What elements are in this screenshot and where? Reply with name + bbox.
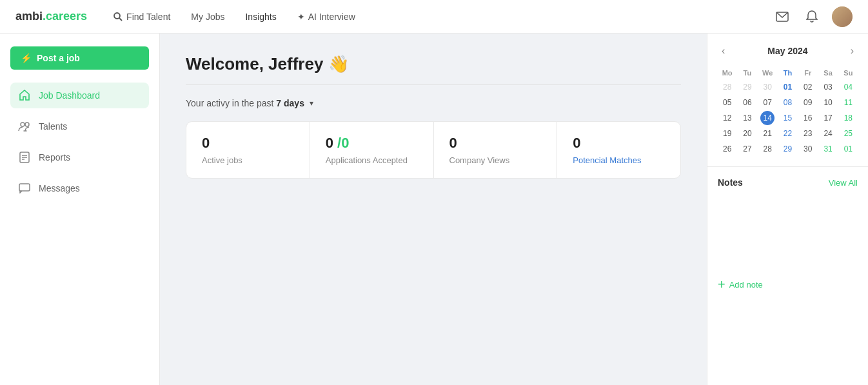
sidebar: ⚡ Post a job Job Dashboard Talents Repor… — [0, 34, 160, 385]
right-panel: ‹ May 2024 › Mo Tu We Th Fr Sa Su 28 29 … — [707, 34, 868, 385]
activity-dropdown-icon[interactable]: ▾ — [310, 99, 313, 108]
cal-day-7[interactable]: 07 — [758, 95, 777, 110]
cal-day-26[interactable]: 26 — [718, 142, 736, 156]
cal-day-13[interactable]: 13 — [738, 111, 756, 125]
cal-day-12[interactable]: 12 — [718, 111, 736, 125]
sidebar-item-talents[interactable]: Talents — [10, 114, 149, 139]
sidebar-item-reports[interactable]: Reports — [10, 144, 149, 170]
notes-header: Notes View All — [718, 177, 858, 188]
bolt-icon: ⚡ — [21, 53, 32, 63]
stat-potential-matches: 0 Potencial Matches — [557, 122, 680, 178]
notification-icon-button[interactable] — [802, 7, 822, 26]
nav-icons — [773, 6, 853, 27]
svg-line-1 — [119, 18, 122, 21]
plus-icon: + — [718, 278, 725, 291]
logo[interactable]: ambi.careers — [15, 10, 87, 23]
cal-day-21[interactable]: 21 — [758, 126, 777, 141]
cal-day-31[interactable]: 31 — [818, 142, 837, 156]
user-avatar[interactable] — [832, 6, 853, 27]
stat-applications-label: Applications Accepted — [326, 155, 418, 165]
calendar-grid: Mo Tu We Th Fr Sa Su 28 29 30 01 02 03 0… — [718, 67, 858, 156]
svg-point-3 — [21, 123, 25, 126]
cal-day-30[interactable]: 30 — [798, 142, 817, 156]
add-note-button[interactable]: + Add note — [718, 239, 858, 291]
stat-company-views: 0 Company Views — [434, 122, 558, 178]
cal-day-22[interactable]: 22 — [778, 126, 797, 141]
home-icon — [18, 89, 31, 102]
cal-day-01-next[interactable]: 01 — [839, 142, 858, 156]
cal-day-14-today[interactable]: 14 — [760, 111, 774, 125]
post-job-button[interactable]: ⚡ Post a job — [10, 46, 149, 70]
logo-ambi-text: ambi — [15, 10, 43, 23]
cal-day-4[interactable]: 04 — [839, 80, 858, 94]
cal-day-5[interactable]: 05 — [718, 95, 736, 110]
ai-star-icon: ✦ — [297, 12, 305, 22]
sidebar-item-messages[interactable]: Messages — [10, 175, 149, 201]
cal-day-15[interactable]: 15 — [778, 111, 797, 125]
notes-title: Notes — [718, 177, 743, 188]
mail-icon-button[interactable] — [773, 7, 792, 26]
view-all-button[interactable]: View All — [829, 178, 858, 188]
cal-day-17[interactable]: 17 — [818, 111, 837, 125]
stat-company-views-value: 0 — [449, 135, 542, 152]
cal-day-25[interactable]: 25 — [839, 126, 858, 141]
cal-day-27[interactable]: 27 — [738, 142, 756, 156]
stat-potential-matches-label: Potencial Matches — [573, 155, 665, 165]
cal-day-30-prev[interactable]: 30 — [758, 80, 777, 94]
cal-day-8[interactable]: 08 — [778, 95, 797, 110]
cal-day-2[interactable]: 02 — [798, 80, 817, 94]
notes-section: Notes View All + Add note — [707, 167, 868, 385]
stat-potential-matches-value: 0 — [573, 135, 665, 152]
cal-day-28[interactable]: 28 — [758, 142, 777, 156]
calendar-section: ‹ May 2024 › Mo Tu We Th Fr Sa Su 28 29 … — [707, 34, 868, 167]
cal-day-9[interactable]: 09 — [798, 95, 817, 110]
cal-day-20[interactable]: 20 — [738, 126, 756, 141]
stat-active-jobs: 0 Active jobs — [186, 122, 310, 178]
svg-rect-9 — [19, 184, 30, 191]
nav-ai-interview[interactable]: ✦ AI Interview — [297, 12, 355, 22]
cal-day-11[interactable]: 11 — [839, 95, 858, 110]
cal-day-6[interactable]: 06 — [738, 95, 756, 110]
cal-day-1[interactable]: 01 — [778, 80, 797, 94]
stat-active-jobs-label: Active jobs — [202, 155, 294, 165]
cal-day-29[interactable]: 29 — [778, 142, 797, 156]
cal-day-10[interactable]: 10 — [818, 95, 837, 110]
nav-insights[interactable]: Insights — [245, 12, 276, 22]
cal-header-mo: Mo — [718, 67, 736, 79]
nav-find-talent[interactable]: Find Talent — [113, 12, 170, 22]
bell-icon — [806, 10, 818, 23]
cal-day-19[interactable]: 19 — [718, 126, 736, 141]
reports-icon — [18, 151, 31, 164]
cal-day-18[interactable]: 18 — [839, 111, 858, 125]
main-content: Welcome, Jeffrey 👋 Your activy in the pa… — [160, 34, 707, 385]
messages-icon — [18, 182, 31, 195]
cal-header-we: We — [758, 67, 777, 79]
nav-links: Find Talent My Jobs Insights ✦ AI Interv… — [113, 12, 773, 22]
cal-header-th: Th — [778, 67, 797, 79]
cal-day-3[interactable]: 03 — [818, 80, 837, 94]
stat-applications-value: 0 /0 — [326, 135, 418, 152]
top-navigation: ambi.careers Find Talent My Jobs Insight… — [0, 0, 868, 34]
calendar-header: ‹ May 2024 › — [718, 44, 858, 58]
cal-day-28-prev[interactable]: 28 — [718, 80, 736, 94]
stat-applications-accepted: 0 /0 Applications Accepted — [310, 122, 434, 178]
cal-day-16[interactable]: 16 — [798, 111, 817, 125]
cal-day-29-prev[interactable]: 29 — [738, 80, 756, 94]
svg-point-4 — [25, 123, 29, 126]
mail-icon — [776, 12, 789, 22]
sidebar-item-job-dashboard[interactable]: Job Dashboard — [10, 83, 149, 108]
calendar-next-button[interactable]: › — [847, 44, 858, 58]
cal-header-sa: Sa — [818, 67, 837, 79]
cal-day-24[interactable]: 24 — [818, 126, 837, 141]
activity-bar: Your activy in the past 7 days ▾ — [186, 98, 681, 108]
add-note-label: Add note — [729, 280, 763, 290]
nav-my-jobs[interactable]: My Jobs — [191, 12, 224, 22]
cal-header-su: Su — [839, 67, 858, 79]
cal-header-tu: Tu — [738, 67, 756, 79]
calendar-prev-button[interactable]: ‹ — [718, 44, 729, 58]
calendar-month-title: May 2024 — [767, 46, 807, 56]
cal-day-23[interactable]: 23 — [798, 126, 817, 141]
cal-header-fr: Fr — [798, 67, 817, 79]
welcome-heading: Welcome, Jeffrey 👋 — [186, 54, 681, 74]
stat-active-jobs-value: 0 — [202, 135, 294, 152]
